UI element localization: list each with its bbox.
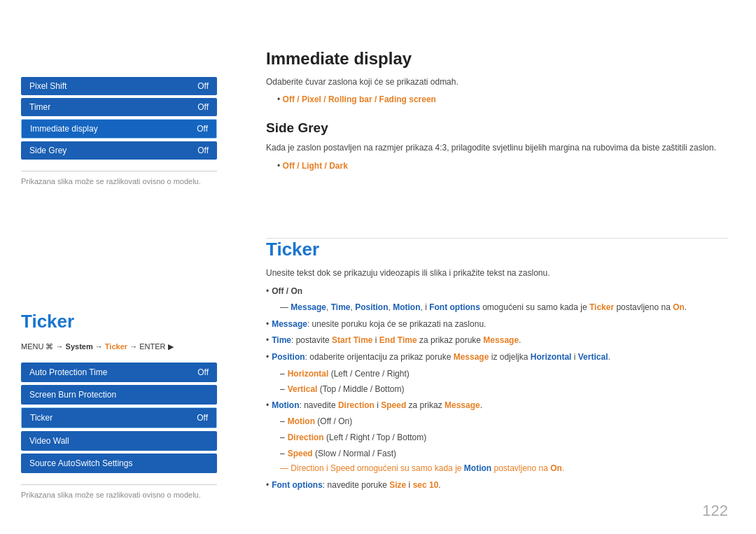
menu-item-label: Pixel Shift <box>29 81 66 91</box>
menu-item-value: Off <box>197 413 208 423</box>
ticker-word: Ticker <box>589 302 614 312</box>
ticker-bullet-6: Font options: navedite poruke Size i sec… <box>266 478 728 493</box>
sub-bullet-text: Horizontal (Left / Centre / Right) <box>288 367 410 382</box>
nav-arrow: → <box>56 342 66 351</box>
bottom-right-content: Ticker Unesite tekst dok se prikazuju vi… <box>266 239 728 520</box>
offon-text: Off / On <box>272 286 302 296</box>
menu-item-label: Immediate display <box>30 124 98 134</box>
speed-word: Speed <box>288 449 313 458</box>
menu-item-source-autoswitch[interactable]: Source AutoSwitch Settings <box>21 454 217 473</box>
top-right-content: Immediate display Odaberite čuvar zaslon… <box>266 21 728 238</box>
fontoptions-word: Font options <box>429 302 480 312</box>
sub-bullet-text4: Direction (Left / Right / Top / Bottom) <box>288 430 427 446</box>
ticker-bullet-2: Message: unesite poruku koja će se prika… <box>266 317 728 332</box>
size-label: Size <box>389 480 406 490</box>
motion-ref: Motion <box>464 463 491 473</box>
ticker-section-title: Ticker <box>21 311 217 332</box>
ticker-content-desc: Unesite tekst dok se prikazuju videozapi… <box>266 266 728 280</box>
sub-bullet-motion-off-on: Motion (Off / On) <box>280 414 728 430</box>
bullet-text-6: Font options: navedite poruke Size i sec… <box>272 478 440 493</box>
immediate-display-options: Off / Pixel / Rolling bar / Fading scree… <box>277 93 728 106</box>
menu-item-label: Auto Protection Time <box>29 367 107 377</box>
side-grey-options-link: Off / Light / Dark <box>283 161 348 171</box>
side-grey-desc: Kada je zaslon postavljen na razmjer pri… <box>266 141 728 155</box>
ticker-bullet-3: Time: postavite Start Time i End Time za… <box>266 333 728 349</box>
sub-bullet-text2: Vertical (Top / Middle / Bottom) <box>288 382 405 398</box>
ticker-bullet-1: Off / On <box>266 284 728 300</box>
ticker-bullet-5: Motion: navedite Direction i Speed za pr… <box>266 398 728 414</box>
top-note: Prikazana slika može se razlikovati ovis… <box>21 177 217 185</box>
motion-note: — Direction i Speed omogućeni su samo ka… <box>280 462 728 475</box>
nav-arrow2: → <box>95 342 105 351</box>
on-word: On <box>673 302 685 312</box>
sub-bullet-horizontal: Horizontal (Left / Centre / Right) <box>280 367 728 382</box>
bottom-menu-section: Ticker MENU ⌘ → System → Ticker → ENTER … <box>21 311 217 499</box>
bullet-text-5: Motion: navedite Direction i Speed za pr… <box>272 398 482 414</box>
message-word: Message <box>290 302 326 312</box>
menu-item-value: Off <box>197 81 209 91</box>
bullet-text-3: Time: postavite Start Time i End Time za… <box>272 333 521 349</box>
on-ref: On <box>550 463 562 473</box>
bullet-text-1: Off / On <box>272 284 302 300</box>
position-label: Position <box>272 352 304 362</box>
menu-item-side-grey[interactable]: Side Grey Off <box>21 141 217 160</box>
page-number: 122 <box>266 495 728 520</box>
menu-item-value: Off <box>197 146 209 155</box>
sec-label: sec 10 <box>413 480 439 490</box>
ticker-bullet-list: Off / On — Message, Time, Position, Moti… <box>266 284 728 495</box>
end-time-label: End Time <box>379 335 417 345</box>
bottom-note: Prikazana slika može se razlikovati ovis… <box>21 484 217 499</box>
vertical-label: Vertical <box>578 352 608 362</box>
menu-item-video-wall[interactable]: Video Wall <box>21 431 217 451</box>
immediate-display-desc: Odaberite čuvar zaslona koji će se prika… <box>266 76 728 89</box>
menu-item-ticker[interactable]: Ticker Off <box>21 407 217 428</box>
menu-item-label: Screen Burn Protection <box>29 390 116 400</box>
ticker-note-1: — Message, Time, Position, Motion, i Fon… <box>280 301 728 314</box>
bottom-note-text: Prikazana slika može se razlikovati ovis… <box>21 491 217 499</box>
menu-item-label: Ticker <box>30 413 52 423</box>
sub-bullet-direction: Direction (Left / Right / Top / Bottom) <box>280 430 728 446</box>
motion-word2: Motion <box>288 416 315 426</box>
menu-item-value: Off <box>197 367 209 377</box>
side-grey-title: Side Grey <box>266 120 728 136</box>
bullet-text-4: Position: odaberite orijentaciju za prik… <box>272 350 610 365</box>
nav-system: System <box>66 342 93 351</box>
sub-bullet-speed: Speed (Slow / Normal / Fast) <box>280 447 728 462</box>
top-divider <box>21 171 217 171</box>
ticker-bullet-4: Position: odaberite orijentaciju za prik… <box>266 350 728 365</box>
menu-item-label: Source AutoSwitch Settings <box>29 458 132 468</box>
menu-item-auto-protection[interactable]: Auto Protection Time Off <box>21 363 217 382</box>
top-menu-list: Pixel Shift Off Timer Off Immediate disp… <box>21 77 217 160</box>
start-time-label: Start Time <box>332 335 372 345</box>
message-label2: Message <box>483 335 519 345</box>
menu-item-value: Off <box>197 102 209 112</box>
page-container: Pixel Shift Off Timer Off Immediate disp… <box>0 0 756 534</box>
menu-item-label: Video Wall <box>29 436 69 446</box>
vertical-word: Vertical <box>288 384 318 394</box>
nav-enter: ENTER ▶ <box>139 342 173 351</box>
motion-word: Motion <box>393 302 420 312</box>
menu-item-immediate-display[interactable]: Immediate display Off <box>21 119 217 139</box>
horizontal-label: Horizontal <box>531 352 572 362</box>
message-ref: Message <box>454 352 489 362</box>
left-panel: Pixel Shift Off Timer Off Immediate disp… <box>0 0 238 534</box>
top-menu-section: Pixel Shift Off Timer Off Immediate disp… <box>21 77 217 185</box>
menu-nav: MENU ⌘ → System → Ticker → ENTER ▶ <box>21 342 217 351</box>
menu-item-screen-burn[interactable]: Screen Burn Protection <box>21 385 217 405</box>
options-link: Off / Pixel / Rolling bar / Fading scree… <box>283 94 436 104</box>
bottom-menu-list: Auto Protection Time Off Screen Burn Pro… <box>21 363 217 473</box>
immediate-display-title: Immediate display <box>266 49 728 69</box>
nav-arrow3: → <box>130 342 139 351</box>
side-grey-options: Off / Light / Dark <box>277 160 728 173</box>
speed-label: Speed <box>381 400 406 410</box>
sub-bullet-vertical: Vertical (Top / Middle / Bottom) <box>280 382 728 398</box>
ticker-content-title: Ticker <box>266 239 728 260</box>
menu-item-pixel-shift[interactable]: Pixel Shift Off <box>21 77 217 95</box>
time-word: Time <box>331 302 351 312</box>
time-label: Time <box>272 335 291 345</box>
position-word: Position <box>355 302 388 312</box>
message-label: Message <box>272 319 307 329</box>
bottom-divider <box>21 484 217 485</box>
menu-item-label: Side Grey <box>29 146 66 155</box>
menu-item-timer[interactable]: Timer Off <box>21 98 217 116</box>
